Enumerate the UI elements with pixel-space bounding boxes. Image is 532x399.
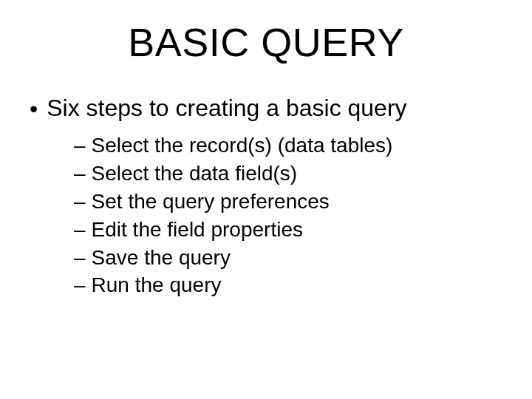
sub-list: – Select the record(s) (data tables) – S… bbox=[74, 132, 502, 299]
list-item: – Run the query bbox=[74, 271, 502, 299]
dash-icon: – bbox=[74, 160, 86, 188]
list-item-text: Run the query bbox=[92, 271, 222, 299]
list-item-text: Six steps to creating a basic query bbox=[47, 95, 406, 122]
list-item-text: Select the record(s) (data tables) bbox=[92, 132, 393, 160]
dash-icon: – bbox=[74, 244, 86, 272]
list-item-text: Edit the field properties bbox=[92, 216, 303, 244]
list-item-text: Select the data field(s) bbox=[92, 160, 298, 188]
dash-icon: – bbox=[74, 216, 86, 244]
list-item: – Set the query preferences bbox=[74, 188, 502, 216]
list-item: – Select the data field(s) bbox=[74, 160, 502, 188]
list-item: • Six steps to creating a basic query bbox=[30, 95, 502, 123]
list-item: – Edit the field properties bbox=[74, 216, 502, 244]
list-item-text: Set the query preferences bbox=[92, 188, 330, 216]
dash-icon: – bbox=[74, 132, 86, 160]
list-item: – Select the record(s) (data tables) bbox=[74, 132, 502, 160]
dash-icon: – bbox=[74, 188, 86, 216]
list-item: – Save the query bbox=[74, 244, 502, 272]
dash-icon: – bbox=[74, 271, 86, 299]
list-item-text: Save the query bbox=[92, 244, 231, 272]
bullet-icon: • bbox=[30, 95, 38, 123]
slide-title: BASIC QUERY bbox=[30, 19, 502, 65]
